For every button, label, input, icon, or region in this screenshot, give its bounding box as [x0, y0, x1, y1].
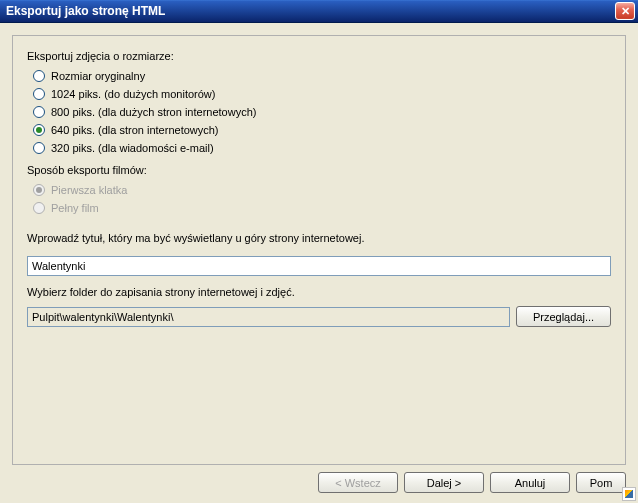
radio-icon [33, 142, 45, 154]
titlebar: Eksportuj jako stronę HTML ✕ [0, 0, 638, 23]
back-button: < Wstecz [318, 472, 398, 493]
dialog-body: Eksportuj zdjęcia o rozmiarze: Rozmiar o… [0, 23, 638, 465]
movie-label: Sposób eksportu filmów: [27, 164, 611, 176]
radio-icon [33, 184, 45, 196]
folder-input[interactable] [27, 307, 510, 327]
radio-label: 640 piks. (dla stron internetowych) [51, 124, 219, 136]
app-icon [625, 490, 633, 498]
movie-option-firstframe: Pierwsza klatka [33, 184, 611, 196]
radio-icon [33, 70, 45, 82]
close-icon: ✕ [621, 5, 630, 18]
radio-label: 1024 piks. (do dużych monitorów) [51, 88, 215, 100]
movie-option-full: Pełny film [33, 202, 611, 214]
size-option-1024[interactable]: 1024 piks. (do dużych monitorów) [33, 88, 611, 100]
window-title: Eksportuj jako stronę HTML [6, 4, 615, 18]
size-option-640[interactable]: 640 piks. (dla stron internetowych) [33, 124, 611, 136]
size-option-800[interactable]: 800 piks. (dla dużych stron internetowyc… [33, 106, 611, 118]
size-option-original[interactable]: Rozmiar oryginalny [33, 70, 611, 82]
movie-radio-group: Pierwsza klatka Pełny film [33, 184, 611, 214]
radio-label: 320 piks. (dla wiadomości e-mail) [51, 142, 214, 154]
title-input[interactable] [27, 256, 611, 276]
radio-label: 800 piks. (dla dużych stron internetowyc… [51, 106, 256, 118]
browse-button[interactable]: Przeglądaj... [516, 306, 611, 327]
size-radio-group: Rozmiar oryginalny 1024 piks. (do dużych… [33, 70, 611, 154]
radio-label: Pełny film [51, 202, 99, 214]
main-panel: Eksportuj zdjęcia o rozmiarze: Rozmiar o… [12, 35, 626, 465]
cancel-button[interactable]: Anuluj [490, 472, 570, 493]
close-button[interactable]: ✕ [615, 2, 635, 20]
wizard-footer: < Wstecz Dalej > Anuluj Pom [318, 472, 626, 493]
radio-icon [33, 202, 45, 214]
folder-field-label: Wybierz folder do zapisania strony inter… [27, 286, 611, 298]
radio-label: Pierwsza klatka [51, 184, 127, 196]
folder-row: Przeglądaj... [27, 306, 611, 327]
tray-icon[interactable] [622, 487, 636, 501]
radio-icon [33, 124, 45, 136]
radio-label: Rozmiar oryginalny [51, 70, 145, 82]
size-option-320[interactable]: 320 piks. (dla wiadomości e-mail) [33, 142, 611, 154]
radio-icon [33, 88, 45, 100]
next-button[interactable]: Dalej > [404, 472, 484, 493]
help-button[interactable]: Pom [576, 472, 626, 493]
title-field-label: Wprowadź tytuł, który ma być wyświetlany… [27, 232, 611, 244]
size-label: Eksportuj zdjęcia o rozmiarze: [27, 50, 611, 62]
radio-icon [33, 106, 45, 118]
